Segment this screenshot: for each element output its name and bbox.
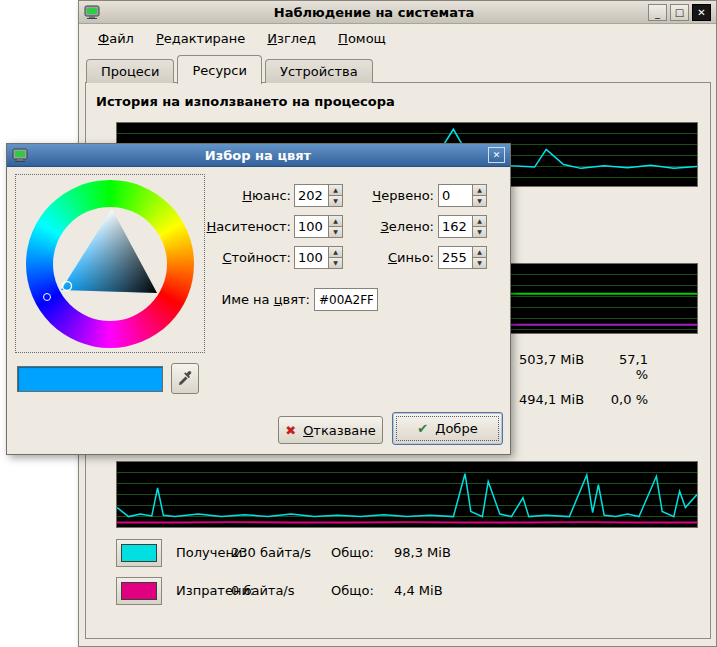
received-total: 98,3 MiB — [394, 539, 451, 567]
tab-processes[interactable]: Процеси — [86, 59, 174, 83]
green-label-rest: елено: — [389, 219, 434, 234]
color-name-label-rest: вят: — [283, 292, 310, 307]
tabbar: Процеси Ресурси Устройства — [86, 54, 376, 83]
network-received-line — [117, 474, 697, 517]
menu-edit[interactable]: Редактиране — [147, 28, 254, 49]
dialog-titlebar[interactable]: Избор на цвят ✕ — [7, 144, 510, 167]
sent-rate: 0 байта/s — [231, 577, 295, 605]
saturation-label-rest: аситеност: — [216, 219, 291, 234]
hsv-triangle[interactable] — [53, 207, 167, 321]
menu-help-accel: П — [338, 31, 348, 46]
maximize-icon[interactable]: □ — [670, 4, 689, 21]
sent-legend-row: Изпратени: 0 байта/s Общо: 4,4 MiB — [116, 577, 706, 605]
blue-spin-up-icon[interactable]: ▲ — [472, 246, 487, 258]
blue-spin-down-icon[interactable]: ▼ — [472, 258, 487, 269]
menu-view-rest: зглед — [277, 31, 316, 46]
main-window-title: Наблюдение на системата — [105, 5, 643, 20]
menu-help[interactable]: Помощ — [329, 28, 395, 49]
red-input[interactable] — [438, 184, 472, 207]
swap-used-percent: 0,0 % — [605, 392, 648, 407]
sent-color-button[interactable] — [116, 577, 162, 605]
menu-file-accel: Ф — [98, 31, 109, 46]
cancel-label-accel: О — [303, 423, 313, 438]
ok-label-accel: Д — [435, 421, 445, 436]
memory-used-value: 503,7 MiB — [519, 352, 584, 367]
red-label-rest: ервено: — [381, 188, 434, 203]
dialog-app-icon — [12, 147, 28, 163]
hue-label-accel: Н — [242, 188, 252, 203]
red-spin-up-icon[interactable]: ▲ — [472, 184, 487, 196]
menu-file-rest: айл — [109, 31, 134, 46]
menu-view[interactable]: Изглед — [258, 28, 325, 49]
red-stepper: ▲▼ — [438, 184, 487, 207]
color-name-label-pre: Име на — [221, 292, 273, 307]
red-spin-down-icon[interactable]: ▼ — [472, 196, 487, 207]
received-legend-row: Получени: 230 байта/s Общо: 98,3 MiB — [116, 539, 706, 567]
hue-label: Нюанс: — [171, 184, 291, 207]
cpu-history-heading: История на използването на процесора — [96, 94, 395, 109]
color-name-input[interactable] — [314, 288, 378, 311]
memory-used-percent: 57,1 % — [605, 352, 648, 382]
received-color-swatch — [121, 544, 157, 562]
menu-help-rest: омощ — [348, 31, 386, 46]
value-label: Стойност: — [171, 246, 291, 269]
green-stepper: ▲▼ — [438, 215, 487, 238]
blue-label-accel: С — [388, 250, 397, 265]
blue-input[interactable] — [438, 246, 472, 269]
dialog-close-icon[interactable]: ✕ — [488, 147, 505, 163]
green-spin-up-icon[interactable]: ▲ — [472, 215, 487, 227]
menu-edit-accel: Р — [156, 31, 164, 46]
color-name-label: Име на цвят: — [160, 288, 310, 311]
ok-button-label: Добре — [435, 421, 477, 436]
saturation-label-accel: Н — [207, 219, 217, 234]
tab-devices[interactable]: Устройства — [265, 59, 373, 83]
value-label-rest: тойност: — [231, 250, 291, 265]
menu-view-accel: И — [267, 31, 277, 46]
hue-label-rest: юанс: — [252, 188, 291, 203]
app-icon — [84, 4, 100, 20]
eyedropper-button[interactable] — [171, 363, 199, 394]
blue-stepper: ▲▼ — [438, 246, 487, 269]
menu-edit-rest: едактиране — [164, 31, 246, 46]
cancel-icon: ✖ — [285, 424, 296, 437]
network-history-chart — [116, 461, 698, 528]
ok-button[interactable]: ✔ Добре — [392, 412, 503, 445]
ok-label-rest: обре — [445, 421, 477, 436]
cancel-button-label: Отказване — [303, 423, 376, 438]
blue-label: Синьо: — [314, 246, 434, 269]
saturation-label: Наситеност: — [171, 215, 291, 238]
received-rate: 230 байта/s — [231, 539, 311, 567]
menubar: Файл Редактиране Изглед Помощ — [81, 25, 714, 51]
eyedropper-icon — [177, 369, 193, 385]
received-color-button[interactable] — [116, 539, 162, 567]
green-input[interactable] — [438, 215, 472, 238]
dialog-body: Нюанс: ▲▼ Наситеност: ▲▼ Стойност: ▲▼ Че… — [7, 166, 510, 454]
red-label-accel: Ч — [372, 188, 381, 203]
tab-resources[interactable]: Ресурси — [177, 55, 262, 84]
sent-total-label: Общо: — [331, 577, 374, 605]
window-controls: _ □ ✕ — [648, 4, 711, 21]
cancel-button[interactable]: ✖ Отказване — [278, 416, 383, 444]
menu-file[interactable]: Файл — [89, 28, 143, 49]
received-total-label: Общо: — [331, 539, 374, 567]
sent-color-swatch — [121, 582, 157, 600]
green-label: Зелено: — [314, 215, 434, 238]
main-titlebar[interactable]: Наблюдение на системата _ □ ✕ — [79, 1, 716, 24]
swap-used-value: 494,1 MiB — [519, 392, 584, 407]
ok-icon: ✔ — [417, 422, 428, 435]
green-label-accel: З — [381, 219, 389, 234]
hue-ring[interactable] — [26, 180, 194, 348]
dialog-title: Избор на цвят — [33, 148, 483, 163]
blue-label-rest: иньо: — [397, 250, 434, 265]
close-icon[interactable]: ✕ — [692, 4, 711, 21]
color-picker-dialog: Избор на цвят ✕ — [6, 143, 511, 455]
minimize-icon[interactable]: _ — [648, 4, 667, 21]
color-preview — [17, 366, 163, 392]
sent-total: 4,4 MiB — [394, 577, 443, 605]
red-label: Червено: — [314, 184, 434, 207]
green-spin-down-icon[interactable]: ▼ — [472, 227, 487, 238]
hue-marker[interactable] — [43, 293, 51, 301]
color-name-label-accel: ц — [274, 292, 283, 307]
cancel-label-rest: тказване — [313, 423, 375, 438]
